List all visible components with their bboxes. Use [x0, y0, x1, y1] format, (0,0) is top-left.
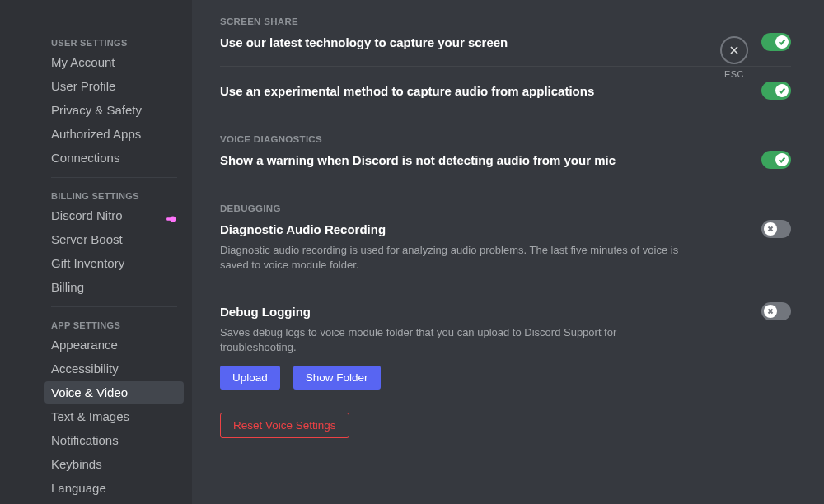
sidebar-item-label: Notifications	[51, 433, 119, 447]
setting-diag-audio: Diagnostic Audio Recording	[220, 220, 791, 238]
sidebar-divider	[51, 306, 177, 307]
sidebar-divider	[51, 177, 177, 178]
close-label: ESC	[720, 69, 748, 79]
sidebar-section-header: APP SETTINGS	[44, 315, 184, 334]
toggle-knob	[764, 305, 777, 318]
debugging-header: DEBUGGING	[220, 203, 791, 213]
sidebar-item-notifications[interactable]: Notifications	[44, 429, 184, 451]
sidebar-item-connections[interactable]: Connections	[44, 147, 184, 169]
sidebar-item-label: Connections	[51, 151, 119, 165]
reset-voice-settings-button[interactable]: Reset Voice Settings	[220, 413, 349, 438]
sidebar-item-label: Privacy & Safety	[51, 103, 142, 117]
sidebar-item-voice-video[interactable]: Voice & Video	[44, 381, 184, 404]
settings-content: ESC SCREEN SHARE Use our latest technolo…	[192, 0, 824, 504]
close-button[interactable]	[720, 36, 748, 64]
sidebar-item-label: Server Boost	[51, 232, 123, 246]
sidebar-item-my-account[interactable]: My Account	[44, 51, 184, 73]
toggle-knob	[775, 35, 789, 49]
setting-app-audio-capture: Use an experimental method to capture au…	[220, 82, 791, 114]
sidebar-item-label: Language	[51, 481, 106, 495]
sidebar-item-billing[interactable]: Billing	[44, 276, 184, 298]
sidebar-item-label: Billing	[51, 280, 84, 294]
toggle-mic-warning[interactable]	[761, 151, 791, 169]
x-icon	[766, 307, 775, 315]
nitro-badge-icon	[166, 212, 177, 220]
setting-desc: Diagnostic audio recording is used for a…	[220, 243, 690, 272]
sidebar-item-authorized-apps[interactable]: Authorized Apps	[44, 123, 184, 145]
check-icon	[778, 86, 786, 95]
sidebar-item-label: Appearance	[51, 338, 118, 352]
sidebar-section-header: BILLING SETTINGS	[44, 186, 184, 204]
sidebar-item-accessibility[interactable]: Accessibility	[44, 357, 184, 380]
setting-title: Diagnostic Audio Recording	[220, 222, 386, 236]
setting-title: Use an experimental method to capture au…	[220, 84, 594, 98]
sidebar-item-discord-nitro[interactable]: Discord Nitro	[44, 204, 184, 226]
sidebar-item-label: Keybinds	[51, 457, 102, 471]
setting-title: Use our latest technology to capture you…	[220, 35, 508, 49]
toggle-debug-log[interactable]	[761, 302, 791, 320]
sidebar-item-server-boost[interactable]: Server Boost	[44, 228, 184, 250]
setting-debug-log: Debug Logging	[220, 302, 791, 320]
toggle-screen-capture[interactable]	[761, 33, 791, 51]
toggle-knob	[775, 84, 789, 97]
sidebar-item-label: Gift Inventory	[51, 256, 124, 270]
sidebar-item-language[interactable]: Language	[44, 477, 184, 499]
sidebar-item-label: Text & Images	[51, 409, 129, 423]
voice-diagnostics-header: VOICE DIAGNOSTICS	[220, 134, 791, 144]
screen-share-header: SCREEN SHARE	[220, 16, 791, 26]
show-folder-button[interactable]: Show Folder	[293, 366, 381, 390]
close-icon	[728, 44, 741, 57]
check-icon	[778, 156, 786, 164]
sidebar-item-label: Voice & Video	[51, 385, 128, 399]
sidebar-item-label: Authorized Apps	[51, 127, 141, 141]
toggle-knob	[775, 153, 789, 166]
sidebar-item-label: My Account	[51, 55, 115, 69]
x-icon	[766, 225, 775, 233]
sidebar-item-appearance[interactable]: Appearance	[44, 334, 184, 356]
toggle-app-audio-capture[interactable]	[761, 82, 791, 100]
setting-title: Debug Logging	[220, 305, 311, 319]
sidebar-item-label: Discord Nitro	[51, 208, 123, 222]
sidebar-item-text-images[interactable]: Text & Images	[44, 405, 184, 427]
close-area: ESC	[720, 36, 748, 79]
sidebar-item-user-profile[interactable]: User Profile	[44, 75, 184, 97]
svg-rect-1	[166, 217, 171, 221]
sidebar-item-label: Accessibility	[51, 362, 119, 376]
setting-title: Show a warning when Discord is not detec…	[220, 153, 616, 167]
sidebar-item-label: User Profile	[51, 79, 115, 93]
upload-button[interactable]: Upload	[220, 366, 280, 390]
setting-screen-capture: Use our latest technology to capture you…	[220, 33, 791, 67]
setting-desc: Saves debug logs to voice module folder …	[220, 325, 690, 354]
toggle-diag-audio[interactable]	[761, 220, 791, 238]
setting-mic-warning: Show a warning when Discord is not detec…	[220, 151, 791, 184]
sidebar-item-gift-inventory[interactable]: Gift Inventory	[44, 252, 184, 274]
check-icon	[778, 38, 786, 46]
settings-sidebar: USER SETTINGSMy AccountUser ProfilePriva…	[0, 0, 192, 504]
sidebar-section-header: USER SETTINGS	[44, 33, 184, 51]
toggle-knob	[764, 222, 777, 236]
sidebar-item-privacy-safety[interactable]: Privacy & Safety	[44, 99, 184, 121]
sidebar-item-keybinds[interactable]: Keybinds	[44, 453, 184, 475]
